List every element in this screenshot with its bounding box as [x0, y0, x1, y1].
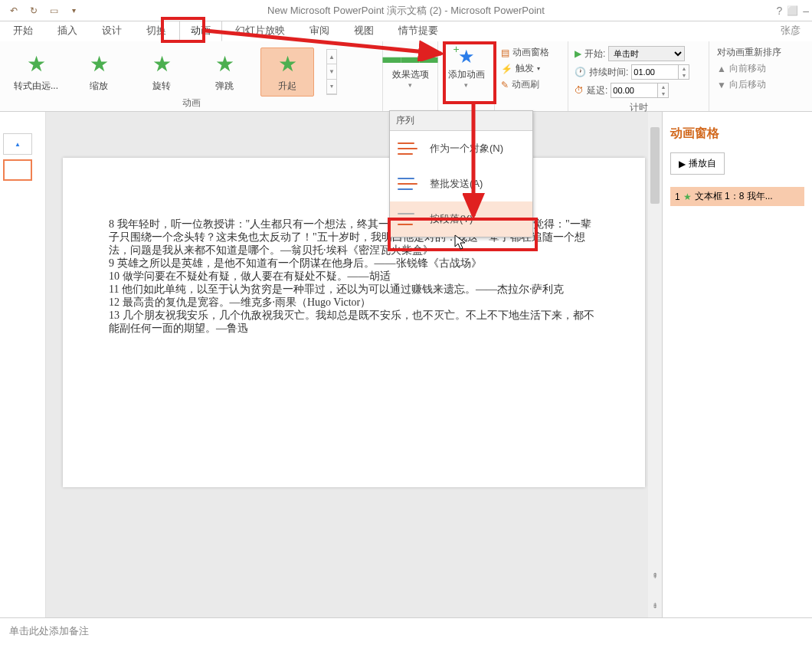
item-number: 1 [675, 192, 680, 202]
move-backward-button[interactable]: ▼ 向后移动 [717, 78, 804, 91]
effect-options-group: ▬▬▬ 效果选项 ▾ [383, 41, 438, 111]
move-forward-button[interactable]: ▲ 向前移动 [717, 62, 804, 75]
animation-gallery-group: ★ 转式由远... ★ 缩放 ★ 旋转 ★ 弹跳 ★ 升起 ▲ ▼ [0, 41, 383, 111]
effect-options-button[interactable]: ▬▬▬ 效果选项 ▾ [385, 43, 436, 92]
qat-dropdown-icon[interactable]: ▾ [66, 3, 81, 18]
quick-access-toolbar: ↶ ↻ ▭ ▾ [0, 3, 81, 18]
tab-review[interactable]: 审阅 [298, 20, 341, 41]
expand-arrow-icon[interactable]: ▾ [327, 80, 336, 94]
add-animation-button[interactable]: ★+ 添加动画 ▾ [441, 43, 492, 92]
anim-rise[interactable]: ★ 升起 [260, 47, 314, 97]
up-arrow-icon: ▲ [717, 64, 726, 74]
spin-up[interactable]: ▲ [678, 65, 689, 72]
tab-home[interactable]: 开始 [2, 20, 44, 41]
star-icon: ★ [683, 192, 692, 202]
delay-input[interactable] [611, 83, 657, 97]
spin-up[interactable]: ▲ [657, 83, 668, 90]
user-label[interactable]: 张彦 [769, 20, 812, 41]
slide-content[interactable]: 8 我年轻时，听一位教授讲："人生都只有一个想法，终其一生不过是不断丰富它。"我… [63, 158, 645, 487]
slide-thumb-2[interactable] [3, 159, 32, 181]
title-right-controls: ? ⬜ – [776, 5, 812, 17]
dropdown-all-at-once[interactable]: 整批发送(A) [390, 166, 532, 201]
tab-view[interactable]: 视图 [342, 20, 385, 41]
ribbon-display-icon[interactable]: ⬜ [787, 5, 798, 16]
effect-options-dropdown: 序列 作为一个对象(N) 整批发送(A) 按段落(Y) [389, 110, 533, 237]
star-icon: ★ [90, 51, 109, 77]
reorder-group: 对动画重新排序 ▲ 向前移动 ▼ 向后移动 [709, 41, 812, 111]
slide-thumbnail-panel: ▲ [0, 112, 46, 617]
down-arrow-icon[interactable]: ▼ [327, 64, 336, 79]
down-arrow-icon: ▼ [717, 80, 726, 90]
notes-panel[interactable]: 单击此处添加备注 [0, 617, 812, 645]
notes-placeholder: 单击此处添加备注 [9, 625, 89, 637]
clock-icon: 🕐 [575, 67, 586, 77]
lines-icon [398, 175, 419, 192]
anim-zoom[interactable]: ★ 缩放 [72, 51, 126, 93]
help-icon[interactable]: ? [776, 5, 782, 17]
spin-down[interactable]: ▼ [678, 72, 689, 79]
add-animation-group: ★+ 添加动画 ▾ [438, 41, 495, 111]
play-from-button[interactable]: ▶ 播放自 [670, 152, 725, 175]
anim-bounce[interactable]: ★ 弹跳 [198, 51, 251, 93]
redo-icon[interactable]: ↻ [26, 3, 41, 18]
star-icon: ★ [278, 51, 297, 77]
dropdown-by-paragraph[interactable]: 按段落(Y) [390, 201, 532, 237]
prev-slide-icon[interactable]: ⇞ [652, 571, 658, 580]
anim-painter-button[interactable]: ✎ 动画刷 [501, 78, 562, 91]
lines-icon [398, 140, 419, 157]
trigger-button[interactable]: ⚡ 触发 ▾ [501, 62, 562, 75]
start-label: 开始: [584, 47, 605, 61]
minimize-icon[interactable]: – [803, 5, 809, 17]
vertical-scrollbar[interactable]: ⇞ ⇟ [648, 112, 662, 617]
play-icon: ▶ [679, 159, 686, 169]
delay-label: 延迟: [587, 84, 607, 97]
spin-down[interactable]: ▼ [657, 90, 668, 97]
undo-icon[interactable]: ↶ [6, 3, 21, 18]
title-bar: ↶ ↻ ▭ ▾ New Microsoft PowerPoint 演示文稿 (2… [0, 0, 812, 21]
slide-thumb-1[interactable]: ▲ [3, 133, 32, 155]
tab-slideshow[interactable]: 幻灯片放映 [224, 20, 296, 41]
start-select[interactable]: 单击时 [608, 46, 685, 61]
ribbon: ★ 转式由远... ★ 缩放 ★ 旋转 ★ 弹跳 ★ 升起 ▲ ▼ [0, 41, 812, 112]
animation-pane-button[interactable]: ▤ 动画窗格 [501, 46, 562, 59]
scrollbar-thumb[interactable] [650, 127, 660, 204]
star-icon: ★ [215, 51, 234, 77]
tab-animations[interactable]: 动画 [179, 20, 222, 41]
anim-pane-item[interactable]: 1 ★ 文本框 1：8 我年... [670, 187, 804, 206]
reorder-title: 对动画重新排序 [717, 46, 804, 59]
up-arrow-icon[interactable]: ▲ [327, 50, 336, 64]
anim-zoom-far[interactable]: ★ 转式由远... [9, 51, 63, 93]
lines-icon [398, 211, 419, 228]
trigger-icon: ⚡ [501, 64, 512, 74]
duration-label: 持续时间: [589, 66, 628, 79]
star-icon: ★ [152, 51, 172, 77]
tab-transitions[interactable]: 切换 [135, 20, 178, 41]
play-icon: ▶ [575, 48, 581, 59]
start-slideshow-icon[interactable]: ▭ [46, 3, 61, 18]
dropdown-icon: ▾ [537, 65, 540, 72]
dropdown-icon: ▾ [408, 81, 412, 89]
tab-plot[interactable]: 情节提要 [387, 20, 450, 41]
add-star-icon: ★+ [458, 46, 475, 67]
dropdown-icon: ▾ [464, 81, 468, 89]
window-title: New Microsoft PowerPoint 演示文稿 (2) - Micr… [267, 4, 545, 18]
duration-input[interactable] [632, 65, 678, 79]
anim-spin[interactable]: ★ 旋转 [135, 51, 188, 93]
advanced-anim-group: ▤ 动画窗格 ⚡ 触发 ▾ ✎ 动画刷 [495, 41, 568, 111]
next-slide-icon[interactable]: ⇟ [652, 601, 658, 610]
animation-pane: 动画窗格 ▶ 播放自 1 ★ 文本框 1：8 我年... [662, 112, 812, 617]
pane-icon: ▤ [501, 47, 509, 58]
dropdown-header: 序列 [390, 111, 532, 131]
tab-design[interactable]: 设计 [90, 20, 133, 41]
timing-group: ▶ 开始: 单击时 🕐 持续时间: ▲▼ ⏱ 延迟: ▲▼ [568, 41, 709, 111]
tab-insert[interactable]: 插入 [46, 20, 89, 41]
ribbon-tabs: 开始 插入 设计 切换 动画 幻灯片放映 审阅 视图 情节提要 张彦 [0, 21, 812, 41]
anim-pane-title: 动画窗格 [670, 126, 804, 142]
dropdown-as-one-object[interactable]: 作为一个对象(N) [390, 131, 532, 166]
gallery-more[interactable]: ▲ ▼ ▾ [326, 49, 337, 95]
effect-options-icon: ▬▬▬ [383, 46, 438, 67]
painter-icon: ✎ [501, 80, 509, 90]
delay-icon: ⏱ [575, 85, 584, 96]
animation-group-label: 动画 [5, 97, 378, 111]
star-icon: ★ [27, 51, 46, 77]
